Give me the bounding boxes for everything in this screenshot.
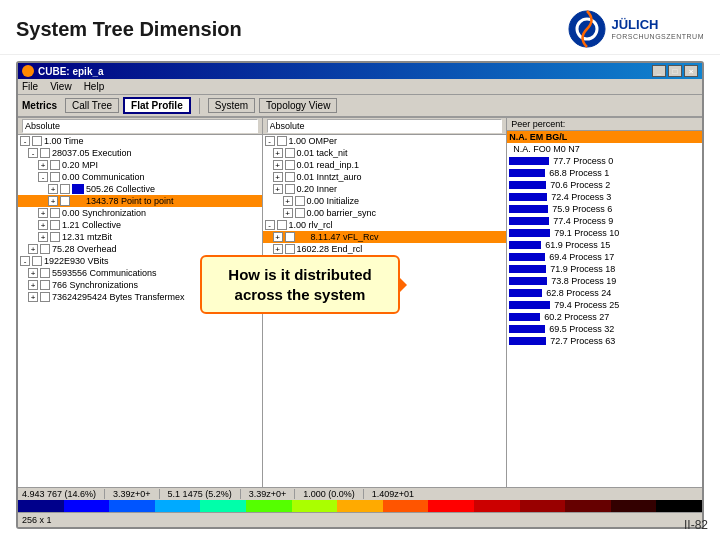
list-item[interactable]: - 1.00 OMPer bbox=[263, 135, 507, 147]
titlebar-controls[interactable]: _ □ × bbox=[652, 65, 698, 77]
menu-file[interactable]: File bbox=[22, 81, 38, 92]
expand-icon[interactable]: - bbox=[265, 220, 275, 230]
checkbox-icon[interactable] bbox=[40, 268, 50, 278]
list-item[interactable]: - 1.00 rlv_rcl bbox=[263, 219, 507, 231]
minimize-button[interactable]: _ bbox=[652, 65, 666, 77]
checkbox-icon[interactable] bbox=[295, 196, 305, 206]
percent-bar bbox=[509, 169, 545, 177]
expand-icon[interactable]: + bbox=[38, 220, 48, 230]
list-item[interactable]: 72.7 Process 63 bbox=[507, 335, 702, 347]
expand-icon[interactable]: + bbox=[38, 160, 48, 170]
expand-icon[interactable]: + bbox=[273, 232, 283, 242]
topology-view-button[interactable]: Topology View bbox=[259, 98, 337, 113]
checkbox-icon[interactable] bbox=[40, 280, 50, 290]
expand-icon[interactable]: - bbox=[28, 148, 38, 158]
list-item[interactable]: + 8.11.47 vFL_Rcv bbox=[263, 231, 507, 243]
list-item[interactable]: + 505.26 Collective bbox=[18, 183, 262, 195]
expand-icon[interactable]: + bbox=[283, 196, 293, 206]
list-item[interactable]: + 0.01 tack_nit bbox=[263, 147, 507, 159]
list-item[interactable]: + 75.28 Overhead bbox=[18, 243, 262, 255]
list-item[interactable]: + 0.00 Synchronization bbox=[18, 207, 262, 219]
expand-icon[interactable]: - bbox=[20, 136, 30, 146]
list-item[interactable]: + 1.21 Collective bbox=[18, 219, 262, 231]
checkbox-icon[interactable] bbox=[295, 208, 305, 218]
list-item[interactable]: + 0.00 barrier_sync bbox=[263, 207, 507, 219]
list-item[interactable]: 69.5 Process 32 bbox=[507, 323, 702, 335]
list-item[interactable]: + 0.20 Inner bbox=[263, 183, 507, 195]
checkbox-icon[interactable] bbox=[50, 208, 60, 218]
checkbox-icon[interactable] bbox=[285, 160, 295, 170]
list-item[interactable]: + 0.20 MPI bbox=[18, 159, 262, 171]
checkbox-icon[interactable] bbox=[60, 196, 70, 206]
checkbox-icon[interactable] bbox=[50, 160, 60, 170]
list-item[interactable]: - 0.00 Communication bbox=[18, 171, 262, 183]
maximize-button[interactable]: □ bbox=[668, 65, 682, 77]
system-button[interactable]: System bbox=[208, 98, 255, 113]
flat-profile-button[interactable]: Flat Profile bbox=[123, 97, 191, 114]
expand-icon[interactable]: - bbox=[38, 172, 48, 182]
checkbox-icon[interactable] bbox=[50, 172, 60, 182]
checkbox-icon[interactable] bbox=[60, 184, 70, 194]
list-item[interactable]: 69.4 Process 17 bbox=[507, 251, 702, 263]
checkbox-icon[interactable] bbox=[285, 172, 295, 182]
list-item[interactable]: 75.9 Process 6 bbox=[507, 203, 702, 215]
list-item[interactable]: 77.4 Process 9 bbox=[507, 215, 702, 227]
expand-icon[interactable]: + bbox=[273, 244, 283, 254]
expand-icon[interactable]: - bbox=[20, 256, 30, 266]
list-item[interactable]: 61.9 Process 15 bbox=[507, 239, 702, 251]
checkbox-icon[interactable] bbox=[285, 244, 295, 254]
list-item[interactable]: 70.6 Process 2 bbox=[507, 179, 702, 191]
list-item[interactable]: 73.8 Process 19 bbox=[507, 275, 702, 287]
checkbox-icon[interactable] bbox=[285, 184, 295, 194]
checkbox-icon[interactable] bbox=[277, 220, 287, 230]
list-item[interactable]: + 0.01 read_inp.1 bbox=[263, 159, 507, 171]
expand-icon[interactable]: + bbox=[38, 232, 48, 242]
list-item[interactable]: + 0.01 Inntzt_auro bbox=[263, 171, 507, 183]
checkbox-icon[interactable] bbox=[40, 292, 50, 302]
list-item[interactable]: 77.7 Process 0 bbox=[507, 155, 702, 167]
expand-icon[interactable]: + bbox=[28, 244, 38, 254]
menu-view[interactable]: View bbox=[50, 81, 72, 92]
checkbox-icon[interactable] bbox=[40, 244, 50, 254]
expand-icon[interactable]: + bbox=[273, 160, 283, 170]
checkbox-icon[interactable] bbox=[277, 136, 287, 146]
checkbox-icon[interactable] bbox=[285, 148, 295, 158]
list-item[interactable]: 60.2 Process 27 bbox=[507, 311, 702, 323]
expand-icon[interactable]: + bbox=[28, 292, 38, 302]
list-item[interactable]: 68.8 Process 1 bbox=[507, 167, 702, 179]
checkbox-icon[interactable] bbox=[40, 148, 50, 158]
expand-icon[interactable]: + bbox=[273, 148, 283, 158]
expand-icon[interactable]: + bbox=[28, 280, 38, 290]
calltree-filter-input[interactable] bbox=[267, 119, 503, 133]
checkbox-icon[interactable] bbox=[32, 136, 42, 146]
list-item[interactable]: 72.4 Process 3 bbox=[507, 191, 702, 203]
checkbox-icon[interactable] bbox=[50, 232, 60, 242]
menu-help[interactable]: Help bbox=[84, 81, 105, 92]
list-item[interactable]: N.A. FO0 M0 N7 bbox=[507, 143, 702, 155]
expand-icon[interactable]: + bbox=[38, 208, 48, 218]
expand-icon[interactable]: + bbox=[28, 268, 38, 278]
expand-icon[interactable]: + bbox=[48, 184, 58, 194]
list-item[interactable]: 79.1 Process 10 bbox=[507, 227, 702, 239]
metrics-filter-input[interactable] bbox=[22, 119, 258, 133]
titlebar-left: CUBE: epik_a bbox=[22, 65, 104, 77]
checkbox-icon[interactable] bbox=[285, 232, 295, 242]
list-item[interactable]: + 12.31 mtzBit bbox=[18, 231, 262, 243]
list-item[interactable]: + 1343.78 Point to point bbox=[18, 195, 262, 207]
list-item[interactable]: 71.9 Process 18 bbox=[507, 263, 702, 275]
expand-icon[interactable]: + bbox=[273, 184, 283, 194]
call-tree-button[interactable]: Call Tree bbox=[65, 98, 119, 113]
list-item[interactable]: 79.4 Process 25 bbox=[507, 299, 702, 311]
close-button[interactable]: × bbox=[684, 65, 698, 77]
list-item[interactable]: + 0.00 Initialize bbox=[263, 195, 507, 207]
checkbox-icon[interactable] bbox=[32, 256, 42, 266]
list-item[interactable]: - 28037.05 Execution bbox=[18, 147, 262, 159]
expand-icon[interactable]: - bbox=[265, 136, 275, 146]
list-item[interactable]: + 1602.28 End_rcl bbox=[263, 243, 507, 255]
expand-icon[interactable]: + bbox=[283, 208, 293, 218]
list-item[interactable]: - 1.00 Time bbox=[18, 135, 262, 147]
checkbox-icon[interactable] bbox=[50, 220, 60, 230]
expand-icon[interactable]: + bbox=[273, 172, 283, 182]
list-item[interactable]: 62.8 Process 24 bbox=[507, 287, 702, 299]
expand-icon[interactable]: + bbox=[48, 196, 58, 206]
